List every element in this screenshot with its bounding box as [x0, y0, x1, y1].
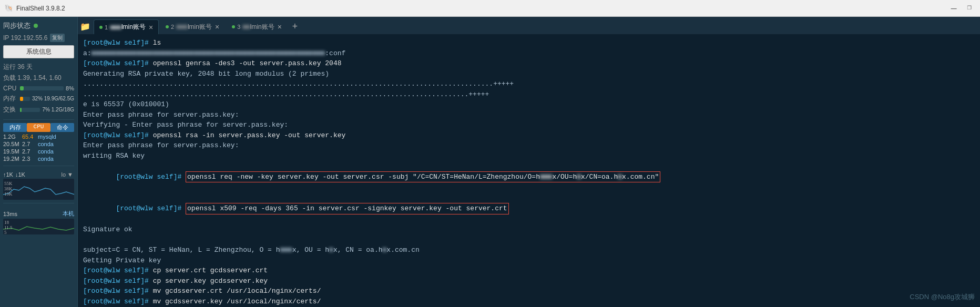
term-line-3: [root@wlw self]# openssl genrsa -des3 -o…: [83, 58, 975, 69]
sync-status: 同步状态: [3, 21, 74, 30]
term-line-16: [83, 235, 975, 245]
terminal[interactable]: [root@wlw self]# ls a:■■■■■■■■■■■■■■■■■■…: [78, 35, 980, 307]
tab-2-label: lmin账号: [188, 23, 212, 32]
latency-value: 13ms: [3, 211, 17, 217]
net-chart: 55K 38K 19K: [3, 179, 74, 200]
tab-1[interactable]: 1 ■■■ lmin账号 ×: [94, 19, 159, 34]
svg-text:55K: 55K: [4, 181, 13, 186]
tab-1-num: 1: [105, 24, 108, 30]
mem-bar: [20, 97, 23, 101]
main-layout: 同步状态 IP 192.192.55.6 复制 系统信息 运行 36 天 负载 …: [0, 17, 980, 307]
net-up: ↑1K: [3, 171, 13, 178]
proc-name-3: conda: [38, 148, 54, 155]
sync-indicator: [34, 24, 38, 28]
minimize-button[interactable]: —: [951, 4, 957, 13]
process-row: 19.5M 2.7 conda: [3, 148, 74, 155]
net-row: ↑1K ↓1K lo ▼: [3, 171, 74, 178]
svg-text:18: 18: [4, 220, 9, 225]
net-io-label: lo ▼: [61, 171, 73, 178]
tab-3-num: 3: [237, 24, 240, 30]
divider-2: [3, 166, 74, 166]
process-row: 19.2M 2.3 conda: [3, 155, 74, 162]
tab-2-num: 2: [171, 24, 174, 30]
tab-2-blur: ■■■: [176, 23, 188, 30]
tab-3[interactable]: 3 ■■ lmin账号 ×: [226, 19, 288, 34]
term-line-9: Verifying - Enter pass phrase for server…: [83, 120, 975, 130]
mem-label: 内存: [3, 94, 18, 103]
proc-cpu-1: 65.4: [22, 134, 38, 140]
proc-mem-4: 19.2M: [3, 156, 22, 162]
net-down: ↓1K: [15, 171, 25, 178]
app-icon: 🐚: [4, 4, 13, 13]
app-title: FinalShell 3.9.8.2: [16, 5, 65, 12]
term-line-10: [root@wlw self]# openssl rsa -in server.…: [83, 130, 975, 141]
proc-mem-3: 19.5M: [3, 148, 22, 155]
divider-1: [3, 119, 74, 120]
svg-text:19K: 19K: [4, 191, 13, 197]
term-line-20: [root@wlw self]# cp server.key gcdsserve…: [83, 276, 975, 286]
tab-3-close[interactable]: ×: [278, 23, 282, 31]
tab-3-status-dot: [232, 25, 235, 28]
load-avg: 负载 1.39, 1.54, 1.60: [3, 74, 74, 83]
term-line-18: Getting Private key: [83, 255, 975, 266]
tab-3-label: lmin账号: [250, 23, 274, 32]
ip-label: IP 192.192.55.6: [3, 34, 48, 42]
cpu-label: CPU: [3, 85, 18, 92]
process-row: 1.2G 65.4 mysqld: [3, 133, 74, 140]
sync-label: 同步状态: [3, 21, 30, 30]
titlebar: 🐚 FinalShell 3.9.8.2 — ❐: [0, 0, 980, 17]
restore-button[interactable]: ❐: [967, 4, 972, 13]
uptime: 运行 36 天: [3, 63, 74, 71]
term-line-21: [root@wlw self]# mv gcdsserver.crt /usr/…: [83, 286, 975, 296]
add-tab-button[interactable]: +: [289, 21, 301, 33]
tab-1-close[interactable]: ×: [149, 23, 153, 32]
process-header: 内存 CPU 命令: [3, 123, 74, 132]
watermark: CSDN @No8g攻城狮: [910, 292, 975, 302]
ip-row: IP 192.192.55.6 复制: [3, 34, 74, 42]
proc-cpu-2: 2.7: [22, 141, 38, 147]
content-area: 📁 1 ■■■ lmin账号 × 2 ■■■ lmin账号 × 3 ■■ lmi…: [78, 17, 980, 307]
copy-ip-button[interactable]: 复制: [50, 34, 65, 42]
term-line-22: [root@wlw self]# mv gcdsserver.key /usr/…: [83, 296, 975, 307]
header-cmd: 命令: [50, 123, 74, 132]
term-line-13: [root@wlw self]# openssl req -new -key s…: [83, 161, 975, 193]
term-line-7: e is 65537 (0x010001): [83, 99, 975, 110]
swap-label: 交换: [3, 105, 18, 114]
tab-1-label: lmin账号: [121, 23, 146, 32]
term-line-19: [root@wlw self]# cp server.crt gcdsserve…: [83, 265, 975, 276]
cpu-bar-container: [20, 86, 64, 90]
term-line-12: writing RSA key: [83, 151, 975, 161]
divider-3: [3, 203, 74, 203]
mem-bar-container: [20, 97, 30, 101]
process-row: 20.5M 2.7 conda: [3, 140, 74, 148]
term-line-11: Enter pass phrase for server.pass.key:: [83, 140, 975, 151]
proc-cpu-3: 2.7: [22, 148, 38, 155]
cpu-stat-row: CPU 8%: [3, 85, 74, 92]
proc-cpu-4: 2.3: [22, 156, 38, 162]
proc-mem-2: 20.5M: [3, 141, 22, 147]
highlighted-cmd-1: openssl req -new -key server.key -out se…: [186, 171, 660, 183]
tab-2[interactable]: 2 ■■■ lmin账号 ×: [160, 19, 225, 34]
window-controls: — ❐: [947, 4, 976, 13]
term-line-4: Generating RSA private key, 2048 bit lon…: [83, 69, 975, 79]
process-list: 1.2G 65.4 mysqld 20.5M 2.7 conda 19.5M 2…: [3, 133, 74, 162]
latency-machine: 本机: [63, 210, 74, 218]
mem-stat-row: 内存 32% 19.9G/62.5G: [3, 94, 74, 103]
term-line-2: a:■■■■■■■■■■■■■■■■■■■■■■■■■■■■■■■■■■■■■■…: [83, 48, 975, 59]
proc-mem-1: 1.2G: [3, 134, 22, 140]
proc-name-4: conda: [38, 156, 54, 162]
tab-3-blur: ■■: [242, 23, 250, 30]
svg-text:38K: 38K: [4, 186, 13, 191]
folder-icon[interactable]: 📁: [80, 22, 90, 32]
latency-chart: 18 11.5 5: [3, 219, 74, 234]
swap-bar: [20, 108, 22, 112]
sysinfo-button[interactable]: 系统信息: [3, 45, 74, 58]
tab-1-blur: ■■■: [110, 24, 121, 31]
swap-value: 7% 1.2G/18G: [42, 107, 74, 112]
tab-2-close[interactable]: ×: [215, 23, 219, 31]
tab-1-status-dot: [99, 26, 103, 29]
highlighted-cmd-2: openssl x509 -req -days 365 -in server.c…: [186, 203, 509, 214]
cpu-value: 8%: [66, 85, 74, 91]
term-line-17: subject=C = CN, ST = HeNan, L = Zhengzho…: [83, 245, 975, 255]
svg-text:5: 5: [4, 230, 7, 234]
